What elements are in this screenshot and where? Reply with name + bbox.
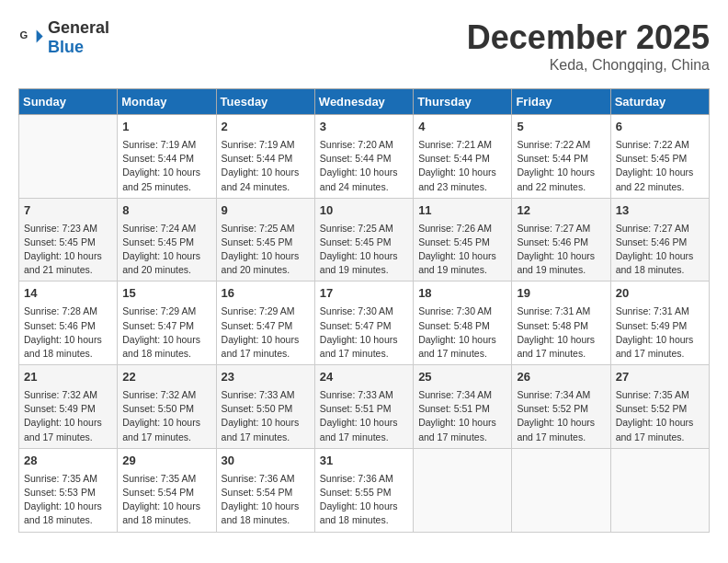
day-number: 11 bbox=[418, 202, 506, 220]
calendar-cell: 11Sunrise: 7:26 AM Sunset: 5:45 PM Dayli… bbox=[414, 198, 512, 282]
calendar-cell: 30Sunrise: 7:36 AM Sunset: 5:54 PM Dayli… bbox=[216, 448, 314, 532]
calendar-cell: 31Sunrise: 7:36 AM Sunset: 5:55 PM Dayli… bbox=[314, 448, 413, 532]
calendar-cell: 29Sunrise: 7:35 AM Sunset: 5:54 PM Dayli… bbox=[118, 448, 216, 532]
calendar-cell: 24Sunrise: 7:33 AM Sunset: 5:51 PM Dayli… bbox=[314, 365, 413, 449]
day-number: 7 bbox=[24, 202, 112, 220]
day-number: 12 bbox=[517, 202, 605, 220]
svg-text:G: G bbox=[19, 29, 28, 40]
calendar-cell: 1Sunrise: 7:19 AM Sunset: 5:44 PM Daylig… bbox=[118, 115, 216, 199]
calendar-cell: 5Sunrise: 7:22 AM Sunset: 5:44 PM Daylig… bbox=[512, 115, 610, 199]
day-number: 2 bbox=[222, 119, 310, 136]
calendar-cell: 3Sunrise: 7:20 AM Sunset: 5:44 PM Daylig… bbox=[314, 115, 413, 199]
calendar-cell bbox=[512, 448, 610, 532]
day-number: 31 bbox=[320, 453, 408, 470]
day-number: 16 bbox=[222, 285, 310, 303]
calendar-cell: 7Sunrise: 7:23 AM Sunset: 5:45 PM Daylig… bbox=[19, 198, 118, 282]
col-header-sunday: Sunday bbox=[19, 89, 118, 115]
week-row-2: 7Sunrise: 7:23 AM Sunset: 5:45 PM Daylig… bbox=[19, 198, 710, 282]
day-number: 18 bbox=[418, 285, 506, 303]
calendar-cell: 20Sunrise: 7:31 AM Sunset: 5:49 PM Dayli… bbox=[610, 282, 709, 365]
day-info: Sunrise: 7:31 AM Sunset: 5:48 PM Dayligh… bbox=[517, 304, 605, 361]
week-row-5: 28Sunrise: 7:35 AM Sunset: 5:53 PM Dayli… bbox=[19, 448, 710, 532]
day-info: Sunrise: 7:30 AM Sunset: 5:47 PM Dayligh… bbox=[320, 304, 408, 361]
calendar-cell: 25Sunrise: 7:34 AM Sunset: 5:51 PM Dayli… bbox=[414, 365, 512, 449]
day-number: 17 bbox=[320, 285, 408, 303]
calendar-cell: 16Sunrise: 7:29 AM Sunset: 5:47 PM Dayli… bbox=[216, 282, 314, 365]
day-number: 15 bbox=[122, 285, 210, 303]
title-block: December 2025 Keda, Chongqing, China bbox=[467, 18, 710, 74]
day-number: 14 bbox=[24, 285, 112, 303]
day-number: 10 bbox=[320, 202, 408, 220]
calendar-cell: 28Sunrise: 7:35 AM Sunset: 5:53 PM Dayli… bbox=[19, 448, 118, 532]
day-number: 25 bbox=[418, 369, 506, 386]
day-info: Sunrise: 7:28 AM Sunset: 5:46 PM Dayligh… bbox=[24, 304, 112, 361]
calendar-cell: 23Sunrise: 7:33 AM Sunset: 5:50 PM Dayli… bbox=[216, 365, 314, 449]
day-info: Sunrise: 7:20 AM Sunset: 5:44 PM Dayligh… bbox=[320, 138, 408, 194]
day-info: Sunrise: 7:25 AM Sunset: 5:45 PM Dayligh… bbox=[320, 222, 408, 278]
day-info: Sunrise: 7:32 AM Sunset: 5:50 PM Dayligh… bbox=[122, 388, 210, 444]
day-number: 21 bbox=[24, 369, 112, 386]
col-header-saturday: Saturday bbox=[610, 89, 709, 115]
calendar-cell: 12Sunrise: 7:27 AM Sunset: 5:46 PM Dayli… bbox=[512, 198, 610, 282]
calendar-cell: 9Sunrise: 7:25 AM Sunset: 5:45 PM Daylig… bbox=[216, 198, 314, 282]
calendar-cell: 27Sunrise: 7:35 AM Sunset: 5:52 PM Dayli… bbox=[610, 365, 709, 449]
logo-icon: G bbox=[18, 25, 44, 51]
day-number: 1 bbox=[122, 119, 210, 136]
day-number: 26 bbox=[517, 369, 605, 386]
day-info: Sunrise: 7:27 AM Sunset: 5:46 PM Dayligh… bbox=[517, 222, 605, 278]
calendar-cell: 22Sunrise: 7:32 AM Sunset: 5:50 PM Dayli… bbox=[118, 365, 216, 449]
day-info: Sunrise: 7:19 AM Sunset: 5:44 PM Dayligh… bbox=[122, 138, 210, 194]
col-header-friday: Friday bbox=[512, 89, 610, 115]
day-info: Sunrise: 7:29 AM Sunset: 5:47 PM Dayligh… bbox=[222, 304, 310, 361]
col-header-thursday: Thursday bbox=[414, 89, 512, 115]
day-info: Sunrise: 7:34 AM Sunset: 5:51 PM Dayligh… bbox=[418, 388, 506, 444]
day-info: Sunrise: 7:21 AM Sunset: 5:44 PM Dayligh… bbox=[418, 138, 506, 194]
day-info: Sunrise: 7:22 AM Sunset: 5:45 PM Dayligh… bbox=[616, 138, 704, 194]
day-info: Sunrise: 7:33 AM Sunset: 5:51 PM Dayligh… bbox=[320, 388, 408, 444]
day-info: Sunrise: 7:19 AM Sunset: 5:44 PM Dayligh… bbox=[222, 138, 310, 194]
day-info: Sunrise: 7:33 AM Sunset: 5:50 PM Dayligh… bbox=[222, 388, 310, 444]
day-number: 3 bbox=[320, 119, 408, 136]
col-header-monday: Monday bbox=[118, 89, 216, 115]
calendar-cell: 10Sunrise: 7:25 AM Sunset: 5:45 PM Dayli… bbox=[314, 198, 413, 282]
calendar-header: SundayMondayTuesdayWednesdayThursdayFrid… bbox=[19, 89, 710, 115]
day-info: Sunrise: 7:24 AM Sunset: 5:45 PM Dayligh… bbox=[122, 222, 210, 278]
day-info: Sunrise: 7:30 AM Sunset: 5:48 PM Dayligh… bbox=[418, 304, 506, 361]
logo-blue: Blue bbox=[48, 38, 84, 56]
calendar-cell: 13Sunrise: 7:27 AM Sunset: 5:46 PM Dayli… bbox=[610, 198, 709, 282]
day-number: 23 bbox=[222, 369, 310, 386]
day-info: Sunrise: 7:23 AM Sunset: 5:45 PM Dayligh… bbox=[24, 222, 112, 278]
svg-marker-1 bbox=[37, 30, 43, 43]
week-row-1: 1Sunrise: 7:19 AM Sunset: 5:44 PM Daylig… bbox=[19, 115, 710, 199]
day-info: Sunrise: 7:34 AM Sunset: 5:52 PM Dayligh… bbox=[517, 388, 605, 444]
month-title: December 2025 bbox=[467, 18, 710, 57]
calendar-cell: 21Sunrise: 7:32 AM Sunset: 5:49 PM Dayli… bbox=[19, 365, 118, 449]
col-header-wednesday: Wednesday bbox=[314, 89, 413, 115]
day-number: 28 bbox=[24, 453, 112, 470]
day-info: Sunrise: 7:31 AM Sunset: 5:49 PM Dayligh… bbox=[616, 304, 704, 361]
calendar-cell: 2Sunrise: 7:19 AM Sunset: 5:44 PM Daylig… bbox=[216, 115, 314, 199]
day-info: Sunrise: 7:27 AM Sunset: 5:46 PM Dayligh… bbox=[616, 222, 704, 278]
day-info: Sunrise: 7:35 AM Sunset: 5:54 PM Dayligh… bbox=[122, 472, 210, 528]
day-number: 20 bbox=[616, 285, 704, 303]
calendar-cell: 19Sunrise: 7:31 AM Sunset: 5:48 PM Dayli… bbox=[512, 282, 610, 365]
day-info: Sunrise: 7:26 AM Sunset: 5:45 PM Dayligh… bbox=[418, 222, 506, 278]
day-number: 9 bbox=[222, 202, 310, 220]
day-number: 6 bbox=[616, 119, 704, 136]
day-number: 4 bbox=[418, 119, 506, 136]
calendar-cell: 6Sunrise: 7:22 AM Sunset: 5:45 PM Daylig… bbox=[610, 115, 709, 199]
calendar-cell bbox=[414, 448, 512, 532]
calendar-cell: 26Sunrise: 7:34 AM Sunset: 5:52 PM Dayli… bbox=[512, 365, 610, 449]
calendar-cell: 17Sunrise: 7:30 AM Sunset: 5:47 PM Dayli… bbox=[314, 282, 413, 365]
week-row-4: 21Sunrise: 7:32 AM Sunset: 5:49 PM Dayli… bbox=[19, 365, 710, 449]
day-info: Sunrise: 7:22 AM Sunset: 5:44 PM Dayligh… bbox=[517, 138, 605, 194]
day-number: 8 bbox=[122, 202, 210, 220]
day-info: Sunrise: 7:36 AM Sunset: 5:55 PM Dayligh… bbox=[320, 472, 408, 528]
day-number: 27 bbox=[616, 369, 704, 386]
day-info: Sunrise: 7:25 AM Sunset: 5:45 PM Dayligh… bbox=[222, 222, 310, 278]
calendar-cell: 14Sunrise: 7:28 AM Sunset: 5:46 PM Dayli… bbox=[19, 282, 118, 365]
logo: G General Blue bbox=[18, 18, 109, 57]
col-header-tuesday: Tuesday bbox=[216, 89, 314, 115]
calendar-cell: 15Sunrise: 7:29 AM Sunset: 5:47 PM Dayli… bbox=[118, 282, 216, 365]
day-info: Sunrise: 7:32 AM Sunset: 5:49 PM Dayligh… bbox=[24, 388, 112, 444]
